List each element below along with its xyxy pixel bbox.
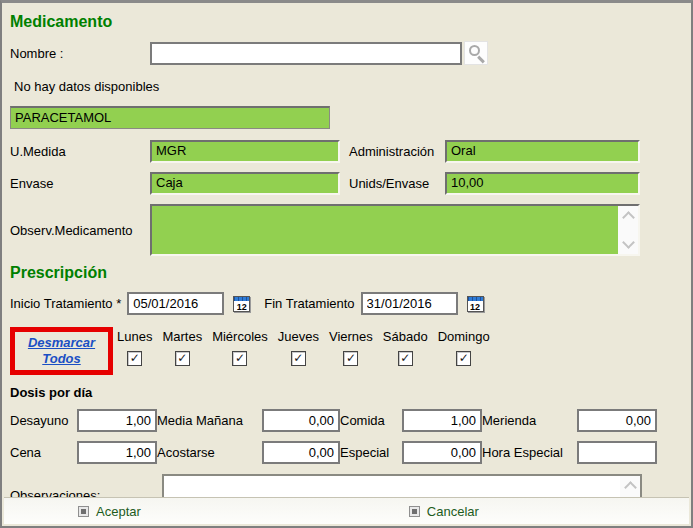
acostarse-input[interactable] [262,441,340,464]
observ-scrollbar[interactable] [618,206,638,254]
weekday-col-viernes: Viernes [329,329,373,366]
fin-tratamiento-label: Fin Tratamiento [264,296,354,311]
scroll-down-icon[interactable] [622,236,635,249]
weekday-col-domingo: Domingo [438,329,490,366]
comida-label: Comida [340,413,402,428]
scroll-up-icon[interactable] [624,481,637,494]
merienda-label: Merienda [482,413,577,428]
umedida-field: MGR [150,140,340,163]
envase-label: Envase [10,176,150,191]
desayuno-label: Desayuno [10,413,77,428]
especial-label: Especial [340,445,402,460]
hora-especial-input[interactable] [577,441,657,464]
unids-envase-label: Unids/Envase [340,176,445,191]
comida-input[interactable] [402,409,482,432]
merienda-input[interactable] [577,409,657,432]
observ-medicamento-label: Observ.Medicamento [10,223,150,238]
magnifier-lens [469,45,480,56]
weekday-label: Sábado [383,329,428,344]
checkbox-viernes[interactable] [343,351,358,366]
inicio-tratamiento-label: Inicio Tratamiento * [10,296,121,311]
cena-label: Cena [10,445,77,460]
checkbox-lunes[interactable] [127,351,142,366]
aceptar-label: Aceptar [96,504,141,519]
magnifier-handle [477,56,485,64]
calendar-number: 12 [234,301,249,314]
desayuno-input[interactable] [77,409,157,432]
button-square-icon [409,506,420,517]
treatment-dates-row: Inicio Tratamiento * 12 Fin Tratamiento … [10,292,683,315]
especial-input[interactable] [402,441,482,464]
administracion-label: Administración [340,144,445,159]
desmarcar-line1: Desmarcar [28,335,95,350]
acostarse-label: Acostarse [157,445,262,460]
cancelar-button[interactable]: Cancelar [409,504,479,519]
highlight-red-box: Desmarcar Todos [10,327,113,375]
dialog-footer: Aceptar Cancelar [4,497,689,524]
checkbox-domingo[interactable] [456,351,471,366]
nombre-input[interactable] [150,42,462,65]
media-manana-label: Media Mañana [157,413,262,428]
nombre-label: Nombre : [10,46,150,61]
envase-field: Caja [150,172,340,195]
hora-especial-label: Hora Especial [482,445,577,460]
inicio-tratamiento-input[interactable] [127,292,224,315]
section-title-medicamento: Medicamento [10,13,683,31]
dosis-grid: Desayuno Media Mañana Comida Merienda Ce… [10,409,683,464]
button-square-icon [78,506,89,517]
media-manana-input[interactable] [262,409,340,432]
medication-fields: U.Medida MGR Administración Oral Envase … [10,140,683,195]
weekday-checkbox-group: Lunes Martes Miércoles Jueves Viernes [117,327,490,366]
calendar-number: 12 [468,301,483,314]
calendar-icon-fin[interactable]: 12 [467,296,484,312]
aceptar-button[interactable]: Aceptar [78,504,141,519]
no-data-message: No hay datos disponibles [14,79,683,94]
weekday-label: Miércoles [212,329,268,344]
weekday-col-lunes: Lunes [117,329,152,366]
section-title-prescripcion: Prescripción [10,264,683,282]
calendar-icon-inicio[interactable]: 12 [233,296,250,312]
cancelar-label: Cancelar [427,504,479,519]
fin-tratamiento-input[interactable] [361,292,458,315]
weekday-col-martes: Martes [162,329,202,366]
desmarcar-line2: Todos [42,351,81,366]
medication-listbox-selected-item[interactable]: PARACETAMOL [10,106,330,129]
weekdays-row: Desmarcar Todos Lunes Martes Miércoles [10,327,683,375]
administracion-field: Oral [445,140,640,163]
observ-medicamento-content[interactable] [152,206,618,254]
cena-input[interactable] [77,441,157,464]
desmarcar-todos-link[interactable]: Desmarcar Todos [28,335,95,367]
observ-medicamento-textarea [150,204,640,256]
checkbox-jueves[interactable] [291,351,306,366]
checkbox-miercoles[interactable] [232,351,247,366]
weekday-col-jueves: Jueves [278,329,319,366]
weekday-label: Jueves [278,329,319,344]
weekday-label: Martes [162,329,202,344]
checkbox-martes[interactable] [175,351,190,366]
umedida-label: U.Medida [10,144,150,159]
nombre-row: Nombre : [10,41,683,65]
weekday-label: Lunes [117,329,152,344]
weekday-label: Domingo [438,329,490,344]
search-icon[interactable] [464,41,488,65]
weekday-col-miercoles: Miércoles [212,329,268,366]
checkbox-sabado[interactable] [398,351,413,366]
observ-medicamento-row: Observ.Medicamento [10,204,683,256]
weekday-label: Viernes [329,329,373,344]
dosis-por-dia-title: Dosis por día [10,385,683,400]
medication-dialog: Medicamento Nombre : No hay datos dispon… [0,0,693,528]
weekday-col-sabado: Sábado [383,329,428,366]
scroll-up-icon[interactable] [622,211,635,224]
unids-envase-field: 10,00 [445,172,640,195]
